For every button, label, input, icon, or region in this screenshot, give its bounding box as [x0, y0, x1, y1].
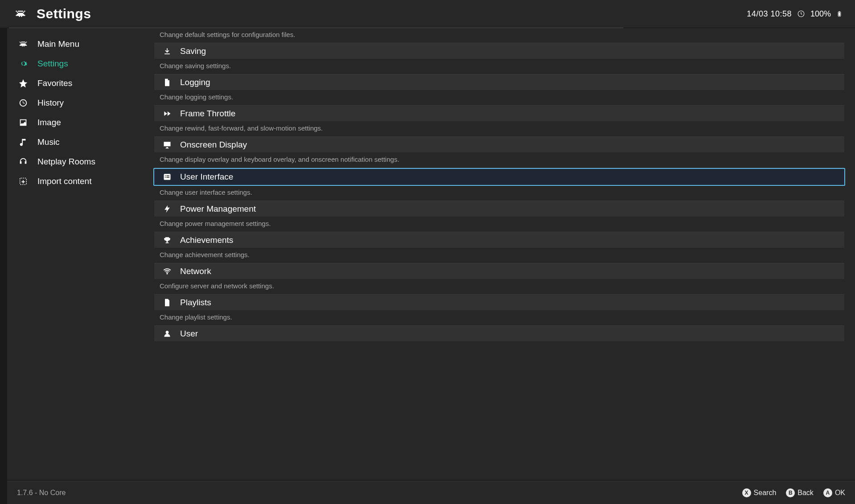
- button-key-a: A: [823, 488, 832, 497]
- setting-achievements[interactable]: Achievements: [154, 232, 844, 248]
- footer-button-label: OK: [835, 489, 845, 497]
- sidebar-item-label: History: [37, 98, 64, 108]
- app-header: Settings 14/03 10:58 100%: [0, 0, 855, 28]
- sidebar-item-label: Favorites: [37, 78, 72, 88]
- datetime-label: 14/03 10:58: [747, 9, 792, 19]
- gear-icon: [18, 58, 29, 69]
- user-icon: [162, 329, 172, 339]
- setting-logging[interactable]: Logging: [154, 74, 844, 90]
- sidebar-item-main-menu[interactable]: Main Menu: [7, 34, 135, 54]
- sidebar-item-favorites[interactable]: Favorites: [7, 74, 135, 93]
- sidebar-item-image[interactable]: Image: [7, 113, 135, 132]
- battery-percent: 100%: [810, 9, 831, 19]
- setting-label: Saving: [180, 46, 206, 56]
- sidebar: Main MenuSettingsFavoritesHistoryImageMu…: [7, 28, 135, 480]
- footer-button-label: Back: [797, 489, 814, 497]
- setting-description: Change playlist settings.: [154, 311, 844, 325]
- header-left: Settings: [12, 6, 91, 21]
- monitor-icon: [162, 140, 172, 150]
- star-icon: [18, 78, 29, 89]
- sidebar-item-label: Main Menu: [37, 39, 79, 49]
- setting-power-management[interactable]: Power Management: [154, 201, 844, 217]
- setting-onscreen-display[interactable]: Onscreen Display: [154, 137, 844, 153]
- content-panel: Change default settings for configuratio…: [135, 28, 855, 480]
- download-icon: [162, 46, 172, 56]
- list-box-icon: [162, 172, 172, 182]
- footer-buttons: XSearchBBackAOK: [742, 488, 845, 497]
- top-description: Change default settings for configuratio…: [154, 28, 844, 43]
- page-title: Settings: [37, 6, 91, 21]
- sidebar-item-netplay-rooms[interactable]: Netplay Rooms: [7, 152, 135, 172]
- setting-label: Power Management: [180, 204, 256, 214]
- setting-user[interactable]: User: [154, 326, 844, 342]
- footer-button-search[interactable]: XSearch: [742, 488, 777, 497]
- music-icon: [18, 137, 29, 148]
- setting-saving[interactable]: Saving: [154, 43, 844, 59]
- setting-label: Network: [180, 266, 211, 276]
- setting-description: Change saving settings.: [154, 59, 844, 74]
- battery-icon: [836, 9, 843, 19]
- header-right: 14/03 10:58 100%: [747, 9, 843, 19]
- sidebar-item-label: Music: [37, 137, 60, 147]
- file-icon: [162, 78, 172, 87]
- footer-bar: 1.7.6 - No Core XSearchBBackAOK: [7, 481, 855, 504]
- button-key-x: X: [742, 488, 751, 497]
- button-key-b: B: [786, 488, 795, 497]
- setting-description: Change logging settings.: [154, 90, 844, 105]
- setting-label: Playlists: [180, 298, 211, 307]
- version-label: 1.7.6 - No Core: [17, 489, 66, 497]
- setting-description: Change power management settings.: [154, 217, 844, 232]
- bolt-icon: [162, 204, 172, 214]
- setting-user-interface[interactable]: User Interface: [153, 168, 845, 186]
- sidebar-item-settings[interactable]: Settings: [7, 54, 135, 74]
- setting-description: Change achievement settings.: [154, 248, 844, 263]
- setting-label: Logging: [180, 78, 210, 87]
- footer-button-back[interactable]: BBack: [786, 488, 814, 497]
- sidebar-item-label: Settings: [37, 59, 68, 69]
- setting-playlists[interactable]: Playlists: [154, 295, 844, 311]
- sidebar-item-label: Import content: [37, 176, 91, 186]
- sidebar-item-import-content[interactable]: Import content: [7, 172, 135, 191]
- sidebar-item-label: Netplay Rooms: [37, 157, 95, 167]
- setting-description: Change user interface settings.: [154, 186, 844, 201]
- doc-icon: [162, 298, 172, 307]
- fast-forward-icon: [162, 109, 172, 119]
- sidebar-item-history[interactable]: History: [7, 93, 135, 113]
- sidebar-item-label: Image: [37, 118, 61, 127]
- image-icon: [18, 117, 29, 128]
- setting-frame-throttle[interactable]: Frame Throttle: [154, 106, 844, 122]
- setting-description: Change rewind, fast-forward, and slow-mo…: [154, 122, 844, 136]
- wifi-icon: [162, 266, 172, 276]
- clock-icon: [797, 10, 805, 18]
- invader-icon: [12, 8, 29, 20]
- setting-network[interactable]: Network: [154, 263, 844, 279]
- setting-label: Achievements: [180, 235, 233, 245]
- footer-button-ok[interactable]: AOK: [823, 488, 845, 497]
- setting-label: Onscreen Display: [180, 140, 247, 150]
- sidebar-item-music[interactable]: Music: [7, 132, 135, 152]
- setting-label: Frame Throttle: [180, 109, 235, 119]
- setting-label: User Interface: [180, 172, 233, 182]
- plus-box-icon: [18, 176, 29, 187]
- footer-button-label: Search: [754, 489, 777, 497]
- invader-icon: [18, 39, 29, 49]
- history-icon: [18, 98, 29, 108]
- trophy-icon: [162, 235, 172, 245]
- setting-description: Change display overlay and keyboard over…: [154, 153, 844, 168]
- setting-label: User: [180, 329, 198, 339]
- headphones-icon: [18, 156, 29, 167]
- setting-description: Configure server and network settings.: [154, 279, 844, 294]
